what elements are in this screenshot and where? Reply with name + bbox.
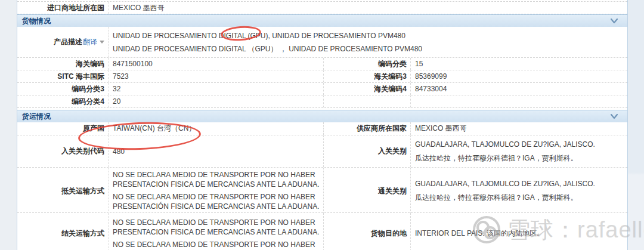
field-value-entry-category: GUADALAJARA, TLAJOMULCO DE ZU?IGA, JALIS… [410, 135, 627, 167]
left-margin-strip [0, 0, 17, 250]
field-value-hs-code3: 85369099 [410, 70, 627, 82]
value-paragraph: NO SE DECLARA MEDIO DE TRANSPORTE POR NO… [113, 218, 320, 237]
field-value-hs-code4: 84733004 [410, 83, 627, 95]
right-margin-strip [628, 0, 644, 250]
table-row: 编码分类4 20 [17, 95, 627, 108]
field-value-supplier-country: MEXICO 墨西哥 [410, 122, 627, 135]
caret-down-icon[interactable] [100, 41, 104, 44]
customs-record-page: 进口商地址所在国 MEXICO 墨西哥 货物情况 产品描述翻译 UNIDAD D… [0, 0, 644, 250]
section-header-goods[interactable]: 货物情况 [17, 14, 627, 27]
field-value-origin-country: TAIWAN(CN) 台湾（CN） [108, 122, 323, 135]
value-paragraph: NO SE DECLARA MEDIO DE TRANSPORTE POR NO… [113, 240, 315, 249]
field-label-arrival-transport-mode: 抵关运输方式 [17, 168, 108, 214]
field-label-clearance-category: 通关关别 [323, 168, 410, 214]
field-value-closing-transport-mode: NO SE DECLARA MEDIO DE TRANSPORTE POR NO… [108, 213, 323, 250]
value-line-es: GUADALAJARA, TLAJOMULCO DE ZU?IGA, JALIS… [415, 138, 595, 152]
section-title: 货物情况 [22, 17, 51, 25]
field-value-code-class4: 20 [108, 95, 323, 107]
value-line-zh: 瓜达拉哈拉，特拉霍穆尔科德祖？IGA，贾利斯科。 [415, 152, 578, 165]
field-value-clearance-category: GUADALAJARA, TLAJOMULCO DE ZU?IGA, JALIS… [410, 168, 627, 214]
table-row: 入关关别代码 480 入关关别 GUADALAJARA, TLAJOMULCO … [17, 135, 627, 168]
field-value-product-description: UNIDAD DE PROCESAMIENTO DIGITAL (GPU), U… [108, 27, 627, 57]
field-label-code-class4: 编码分类4 [17, 95, 108, 107]
table-row: 抵关运输方式 NO SE DECLARA MEDIO DE TRANSPORTE… [17, 168, 627, 213]
field-label-code-class3: 编码分类3 [17, 83, 108, 95]
field-value-entry-category-code: 480 [108, 135, 323, 167]
table-row: 结关运输方式 NO SE DECLARA MEDIO DE TRANSPORTE… [17, 213, 627, 250]
table-row: 进口商地址所在国 MEXICO 墨西哥 [17, 1, 627, 14]
table-row: 编码分类3 32 海关编码4 84733004 [17, 83, 627, 95]
translate-link[interactable]: 翻译 [83, 37, 97, 47]
field-value-sitc: 7523 [108, 70, 323, 82]
field-label-closing-transport-mode: 结关运输方式 [17, 213, 108, 250]
chevron-down-icon[interactable] [611, 18, 618, 24]
value-line-es: GUADALAJARA, TLAJOMULCO DE ZU?IGA, JALIS… [415, 177, 595, 191]
field-value-hs-code: 8471500100 [108, 58, 323, 70]
field-label-sitc: SITC 海丰国际 [17, 70, 108, 82]
field-value-importer-country: MEXICO 墨西哥 [108, 2, 627, 14]
chevron-down-icon[interactable] [611, 114, 618, 119]
section-shipping: 货运情况 原产国 TAIWAN(CN) 台湾（CN） 供应商所在国家 MEXIC… [17, 110, 627, 250]
value-line-zh: 瓜达拉哈拉，特拉霍穆尔科德祖？IGA，贾利斯科。 [415, 191, 578, 205]
table-row: 海关编码 8471500100 编码分类 15 [17, 58, 627, 70]
field-label-importer-country: 进口商地址所在国 [17, 2, 108, 14]
record-detail-table: 进口商地址所在国 MEXICO 墨西哥 货物情况 产品描述翻译 UNIDAD D… [17, 0, 628, 250]
field-label-entry-category-code: 入关关别代码 [17, 135, 108, 167]
field-value-arrival-transport-mode: NO SE DECLARA MEDIO DE TRANSPORTE POR NO… [108, 168, 323, 214]
field-value-goods-destination: INTERIOR DEL PAIS. 该国的内陆地区。 [410, 213, 627, 250]
field-label-hs-code3: 海关编码3 [323, 70, 410, 82]
field-label-hs-code: 海关编码 [17, 58, 108, 70]
section-title: 货运情况 [22, 112, 51, 121]
product-description-line: UNIDAD DE PROCESAMIENTO DIGITAL （GPU） ， … [113, 42, 422, 55]
section-header-shipping[interactable]: 货运情况 [17, 110, 627, 122]
field-value-code-class3: 32 [108, 83, 323, 95]
field-label-product-description: 产品描述翻译 [17, 27, 108, 57]
field-label-code-class: 编码分类 [323, 58, 410, 70]
value-paragraph: NO SE DECLARA MEDIO DE TRANSPORTE POR NO… [113, 170, 320, 189]
table-row: 原产国 TAIWAN(CN) 台湾（CN） 供应商所在国家 MEXICO 墨西哥 [17, 122, 627, 135]
product-description-line: UNIDAD DE PROCESAMIENTO DIGITAL (GPU), U… [113, 29, 405, 42]
field-label-goods-destination: 货物目的地 [323, 213, 410, 250]
empty-label-cell [323, 95, 410, 107]
field-label-origin-country: 原产国 [17, 122, 108, 135]
field-label-hs-code4: 海关编码4 [323, 83, 410, 95]
section-goods: 货物情况 产品描述翻译 UNIDAD DE PROCESAMIENTO DIGI… [17, 14, 627, 108]
table-row: 产品描述翻译 UNIDAD DE PROCESAMIENTO DIGITAL (… [17, 27, 627, 58]
table-row: SITC 海丰国际 7523 海关编码3 85369099 [17, 70, 627, 83]
value-paragraph: NO SE DECLARA MEDIO DE TRANSPORTE POR NO… [113, 192, 320, 211]
field-label-supplier-country: 供应商所在国家 [323, 122, 410, 135]
field-value-code-class: 15 [410, 58, 627, 70]
field-label-entry-category: 入关关别 [323, 135, 410, 167]
empty-value-cell [410, 95, 627, 107]
